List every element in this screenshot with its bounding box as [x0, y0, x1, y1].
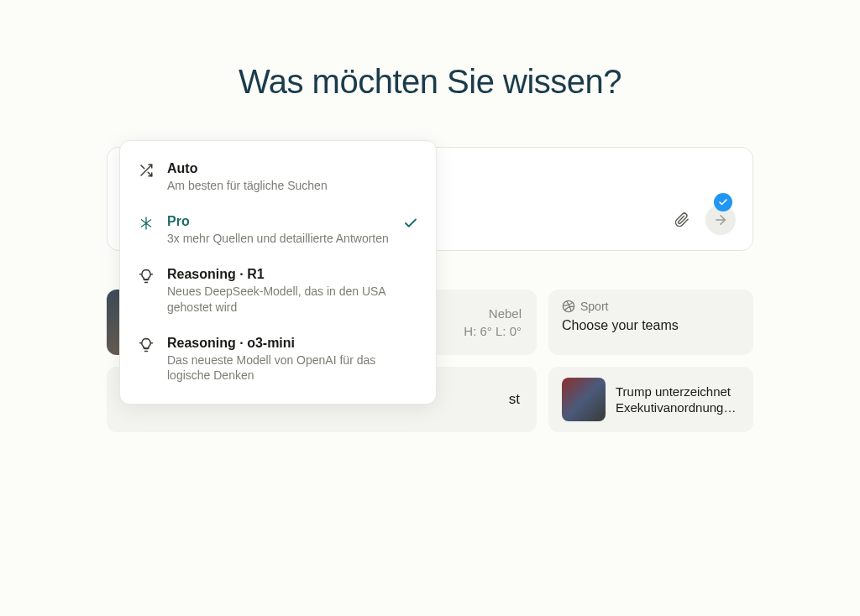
news-title: Trump unterzeichnet Exekutivanordnung… — [616, 384, 740, 416]
dropdown-item-title: Reasoning · o3-mini — [167, 336, 391, 351]
dropdown-item-desc: 3x mehr Quellen und detaillierte Antwort… — [167, 231, 391, 247]
bulb-icon — [139, 269, 154, 284]
dropdown-item-desc: Neues DeepSeek-Modell, das in den USA ge… — [167, 284, 391, 316]
shuffle-icon — [139, 163, 154, 178]
attach-button[interactable] — [667, 205, 697, 235]
weather-hilo: H: 6° L: 0° — [464, 324, 522, 338]
news-thumbnail — [562, 378, 606, 421]
sport-label: Sport — [580, 300, 608, 313]
dropdown-item-desc: Das neueste Modell von OpenAI für das lo… — [167, 352, 391, 384]
dribbble-icon — [562, 300, 575, 313]
partial-text: st — [509, 391, 520, 408]
paperclip-icon — [674, 212, 690, 227]
news-card[interactable]: Trump unterzeichnet Exekutivanordnung… — [548, 367, 753, 432]
dropdown-item-reasoning-o3[interactable]: Reasoning · o3-mini Das neueste Modell v… — [120, 326, 436, 394]
dropdown-item-auto[interactable]: Auto Am besten für tägliche Suchen — [120, 151, 436, 204]
dropdown-item-title: Pro — [167, 214, 391, 229]
sport-cta: Choose your teams — [562, 318, 740, 333]
dropdown-item-title: Auto — [167, 161, 391, 176]
bulb-icon — [139, 337, 154, 352]
arrow-right-icon — [713, 212, 728, 227]
dropdown-item-reasoning-r1[interactable]: Reasoning · R1 Neues DeepSeek-Modell, da… — [120, 257, 436, 326]
verified-check-icon — [714, 193, 732, 211]
dropdown-item-desc: Am besten für tägliche Suchen — [167, 178, 391, 194]
perplexity-logo-icon — [139, 216, 154, 231]
model-dropdown: Auto Am besten für tägliche Suchen Pro 3… — [119, 140, 437, 405]
dropdown-item-title: Reasoning · R1 — [167, 267, 391, 282]
page-title: Was möchten Sie wissen? — [239, 63, 621, 101]
sport-card[interactable]: Sport Choose your teams — [548, 290, 753, 355]
check-icon — [402, 216, 419, 231]
dropdown-item-pro[interactable]: Pro 3x mehr Quellen und detaillierte Ant… — [120, 204, 436, 257]
svg-line-7 — [141, 165, 144, 169]
weather-condition: Nebel — [489, 306, 522, 321]
